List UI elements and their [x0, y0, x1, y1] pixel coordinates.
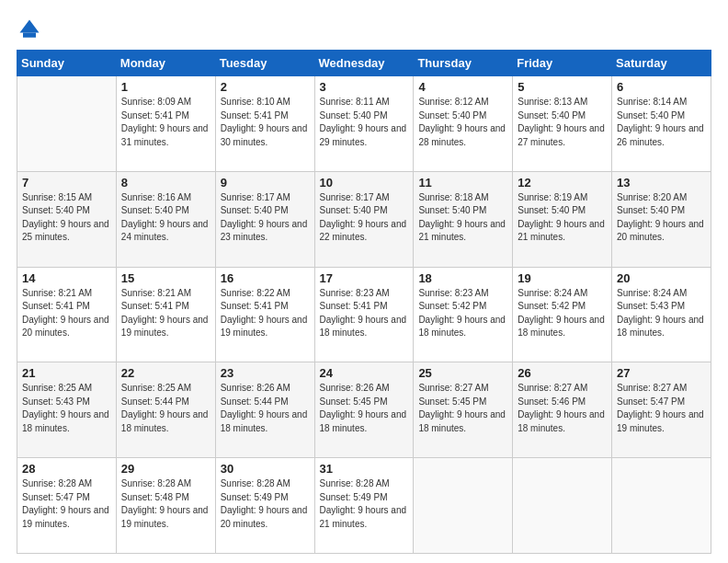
calendar-cell: 7Sunrise: 8:15 AMSunset: 5:40 PMDaylight… — [17, 171, 117, 267]
calendar-cell: 9Sunrise: 8:17 AMSunset: 5:40 PMDaylight… — [215, 171, 314, 267]
day-number: 25 — [418, 366, 507, 380]
calendar-cell: 22Sunrise: 8:25 AMSunset: 5:44 PMDayligh… — [116, 362, 215, 458]
day-number: 6 — [617, 80, 706, 94]
weekday-header-saturday: Saturday — [612, 51, 711, 76]
day-info: Sunrise: 8:25 AMSunset: 5:43 PMDaylight:… — [22, 382, 111, 435]
day-info: Sunrise: 8:21 AMSunset: 5:41 PMDaylight:… — [22, 287, 111, 340]
weekday-header-sunday: Sunday — [17, 51, 117, 76]
calendar-cell: 6Sunrise: 8:14 AMSunset: 5:40 PMDaylight… — [612, 76, 711, 172]
day-info: Sunrise: 8:18 AMSunset: 5:40 PMDaylight:… — [418, 191, 507, 245]
day-number: 20 — [617, 271, 706, 285]
day-info: Sunrise: 8:27 AMSunset: 5:46 PMDaylight:… — [518, 382, 607, 435]
day-number: 22 — [121, 366, 210, 380]
calendar-cell: 28Sunrise: 8:28 AMSunset: 5:47 PMDayligh… — [17, 458, 117, 554]
day-number: 29 — [121, 462, 210, 476]
calendar-cell: 21Sunrise: 8:25 AMSunset: 5:43 PMDayligh… — [17, 362, 117, 458]
calendar-table: SundayMondayTuesdayWednesdayThursdayFrid… — [17, 50, 711, 554]
day-number: 10 — [320, 176, 409, 190]
weekday-header-thursday: Thursday — [414, 51, 513, 76]
day-info: Sunrise: 8:10 AMSunset: 5:41 PMDaylight:… — [221, 96, 310, 149]
day-info: Sunrise: 8:12 AMSunset: 5:40 PMDaylight:… — [418, 96, 507, 149]
day-number: 28 — [22, 462, 111, 476]
calendar-week-row: 1Sunrise: 8:09 AMSunset: 5:41 PMDaylight… — [17, 76, 711, 172]
day-number: 2 — [221, 80, 310, 94]
svg-marker-0 — [20, 20, 40, 33]
calendar-cell: 19Sunrise: 8:24 AMSunset: 5:42 PMDayligh… — [513, 267, 612, 362]
day-info: Sunrise: 8:22 AMSunset: 5:41 PMDaylight:… — [221, 287, 310, 340]
day-info: Sunrise: 8:28 AMSunset: 5:48 PMDaylight:… — [121, 477, 210, 531]
calendar-week-row: 21Sunrise: 8:25 AMSunset: 5:43 PMDayligh… — [17, 362, 711, 458]
calendar-cell: 17Sunrise: 8:23 AMSunset: 5:41 PMDayligh… — [314, 267, 414, 362]
calendar-cell: 23Sunrise: 8:26 AMSunset: 5:44 PMDayligh… — [215, 362, 314, 458]
day-info: Sunrise: 8:27 AMSunset: 5:45 PMDaylight:… — [418, 382, 507, 435]
day-number: 1 — [121, 80, 210, 94]
day-info: Sunrise: 8:14 AMSunset: 5:40 PMDaylight:… — [617, 96, 706, 149]
calendar-cell: 11Sunrise: 8:18 AMSunset: 5:40 PMDayligh… — [414, 171, 513, 267]
day-number: 18 — [418, 271, 507, 285]
calendar-cell: 10Sunrise: 8:17 AMSunset: 5:40 PMDayligh… — [314, 171, 414, 267]
day-info: Sunrise: 8:20 AMSunset: 5:40 PMDaylight:… — [617, 191, 706, 245]
weekday-header-wednesday: Wednesday — [314, 51, 414, 76]
weekday-header-row: SundayMondayTuesdayWednesdayThursdayFrid… — [17, 51, 711, 76]
calendar-cell: 12Sunrise: 8:19 AMSunset: 5:40 PMDayligh… — [513, 171, 612, 267]
calendar-cell: 15Sunrise: 8:21 AMSunset: 5:41 PMDayligh… — [116, 267, 215, 362]
calendar-cell: 5Sunrise: 8:13 AMSunset: 5:40 PMDaylight… — [513, 76, 612, 172]
calendar-cell: 14Sunrise: 8:21 AMSunset: 5:41 PMDayligh… — [17, 267, 117, 362]
logo — [17, 17, 46, 42]
day-number: 12 — [518, 176, 607, 190]
day-number: 15 — [121, 271, 210, 285]
calendar-cell: 30Sunrise: 8:28 AMSunset: 5:49 PMDayligh… — [215, 458, 314, 554]
calendar-cell: 24Sunrise: 8:26 AMSunset: 5:45 PMDayligh… — [314, 362, 414, 458]
calendar-week-row: 28Sunrise: 8:28 AMSunset: 5:47 PMDayligh… — [17, 458, 711, 554]
day-info: Sunrise: 8:25 AMSunset: 5:44 PMDaylight:… — [121, 382, 210, 435]
calendar-cell: 2Sunrise: 8:10 AMSunset: 5:41 PMDaylight… — [215, 76, 314, 172]
calendar-cell: 25Sunrise: 8:27 AMSunset: 5:45 PMDayligh… — [414, 362, 513, 458]
day-number: 4 — [418, 80, 507, 94]
calendar-cell — [17, 76, 117, 172]
day-info: Sunrise: 8:26 AMSunset: 5:45 PMDaylight:… — [320, 382, 409, 435]
logo-icon — [17, 17, 42, 42]
calendar-cell: 31Sunrise: 8:28 AMSunset: 5:49 PMDayligh… — [314, 458, 414, 554]
header — [17, 17, 711, 42]
calendar-cell: 8Sunrise: 8:16 AMSunset: 5:40 PMDaylight… — [116, 171, 215, 267]
day-info: Sunrise: 8:11 AMSunset: 5:40 PMDaylight:… — [320, 96, 409, 149]
page: SundayMondayTuesdayWednesdayThursdayFrid… — [0, 0, 728, 563]
calendar-cell: 26Sunrise: 8:27 AMSunset: 5:46 PMDayligh… — [513, 362, 612, 458]
day-number: 7 — [22, 176, 111, 190]
day-info: Sunrise: 8:26 AMSunset: 5:44 PMDaylight:… — [221, 382, 310, 435]
day-number: 30 — [221, 462, 310, 476]
day-number: 31 — [320, 462, 409, 476]
weekday-header-friday: Friday — [513, 51, 612, 76]
day-info: Sunrise: 8:09 AMSunset: 5:41 PMDaylight:… — [121, 96, 210, 149]
day-info: Sunrise: 8:19 AMSunset: 5:40 PMDaylight:… — [518, 191, 607, 245]
day-number: 26 — [518, 366, 607, 380]
day-info: Sunrise: 8:28 AMSunset: 5:49 PMDaylight:… — [221, 477, 310, 531]
calendar-cell: 3Sunrise: 8:11 AMSunset: 5:40 PMDaylight… — [314, 76, 414, 172]
day-info: Sunrise: 8:28 AMSunset: 5:47 PMDaylight:… — [22, 477, 111, 531]
weekday-header-tuesday: Tuesday — [215, 51, 314, 76]
day-info: Sunrise: 8:17 AMSunset: 5:40 PMDaylight:… — [320, 191, 409, 245]
day-info: Sunrise: 8:21 AMSunset: 5:41 PMDaylight:… — [121, 287, 210, 340]
calendar-week-row: 14Sunrise: 8:21 AMSunset: 5:41 PMDayligh… — [17, 267, 711, 362]
calendar-cell: 4Sunrise: 8:12 AMSunset: 5:40 PMDaylight… — [414, 76, 513, 172]
svg-rect-1 — [23, 33, 36, 38]
calendar-cell: 18Sunrise: 8:23 AMSunset: 5:42 PMDayligh… — [414, 267, 513, 362]
calendar-cell — [513, 458, 612, 554]
day-number: 19 — [518, 271, 607, 285]
day-number: 16 — [221, 271, 310, 285]
calendar-week-row: 7Sunrise: 8:15 AMSunset: 5:40 PMDaylight… — [17, 171, 711, 267]
day-number: 5 — [518, 80, 607, 94]
calendar-cell: 27Sunrise: 8:27 AMSunset: 5:47 PMDayligh… — [612, 362, 711, 458]
day-info: Sunrise: 8:24 AMSunset: 5:43 PMDaylight:… — [617, 287, 706, 340]
day-number: 8 — [121, 176, 210, 190]
day-number: 13 — [617, 176, 706, 190]
calendar-cell: 16Sunrise: 8:22 AMSunset: 5:41 PMDayligh… — [215, 267, 314, 362]
day-number: 24 — [320, 366, 409, 380]
day-number: 21 — [22, 366, 111, 380]
calendar-cell: 1Sunrise: 8:09 AMSunset: 5:41 PMDaylight… — [116, 76, 215, 172]
day-info: Sunrise: 8:13 AMSunset: 5:40 PMDaylight:… — [518, 96, 607, 149]
day-info: Sunrise: 8:23 AMSunset: 5:42 PMDaylight:… — [418, 287, 507, 340]
day-number: 14 — [22, 271, 111, 285]
day-number: 9 — [221, 176, 310, 190]
day-number: 27 — [617, 366, 706, 380]
